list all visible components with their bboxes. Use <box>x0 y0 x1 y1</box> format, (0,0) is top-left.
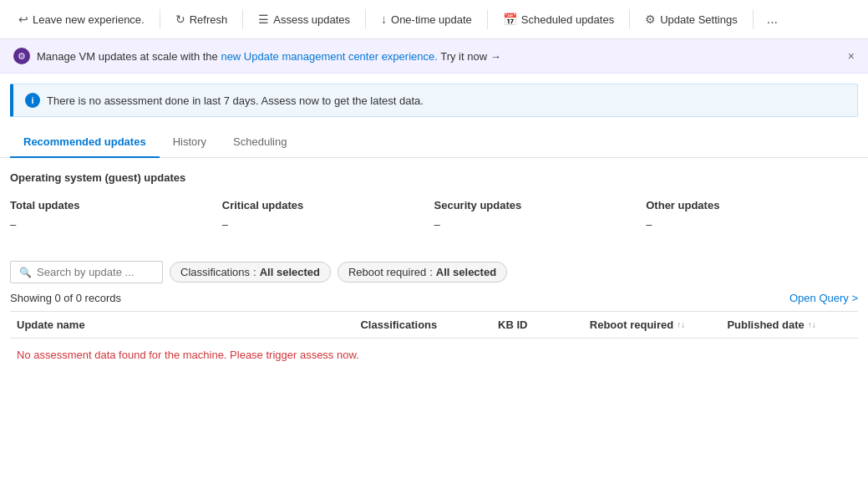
col-reboot-required[interactable]: Reboot required ↑↓ <box>583 318 721 331</box>
update-settings-button[interactable]: ⚙ Update Settings <box>637 8 746 31</box>
open-query-link[interactable]: Open Query > <box>789 292 858 304</box>
stat-other-updates: Other updates – <box>646 196 858 241</box>
banner-text: Manage VM updates at scale with the new … <box>37 50 501 63</box>
section-title: Operating system (guest) updates <box>10 171 858 184</box>
one-time-update-button[interactable]: ↓ One-time update <box>373 8 480 31</box>
toolbar-divider-4 <box>487 9 488 29</box>
main-content: Operating system (guest) updates Total u… <box>0 158 868 385</box>
classifications-filter[interactable]: Classifications : All selected <box>170 262 331 283</box>
records-row: Showing 0 of 0 records Open Query > <box>10 292 858 304</box>
banner-content: ⚙ Manage VM updates at scale with the ne… <box>13 48 501 64</box>
tab-history[interactable]: History <box>160 127 220 158</box>
toolbar-divider-3 <box>365 9 366 29</box>
new-experience-link[interactable]: new Update management center experience. <box>221 50 437 63</box>
stat-security-updates: Security updates – <box>434 196 647 241</box>
search-input[interactable] <box>37 266 154 278</box>
refresh-icon: ↻ <box>175 13 185 26</box>
table-body: No assessment data found for the machine… <box>10 339 858 371</box>
data-table: Update name Classifications KB ID Reboot… <box>10 311 858 371</box>
published-date-sort-icon: ↑↓ <box>808 320 816 329</box>
tab-scheduling[interactable]: Scheduling <box>220 127 300 158</box>
update-settings-icon: ⚙ <box>645 13 656 26</box>
stat-total-updates: Total updates – <box>10 196 222 241</box>
stat-critical-updates: Critical updates – <box>222 196 434 241</box>
toolbar-divider-6 <box>753 9 754 29</box>
toolbar-divider-5 <box>629 9 630 29</box>
col-published-date[interactable]: Published date ↑↓ <box>720 318 858 331</box>
banner-close-button[interactable]: × <box>848 49 855 63</box>
col-classifications: Classifications <box>353 318 491 331</box>
col-kb-id: KB ID <box>491 318 583 331</box>
info-text: There is no assessment done in last 7 da… <box>47 94 424 107</box>
leave-experience-icon: ↩ <box>18 13 28 26</box>
info-icon: i <box>25 93 40 108</box>
info-banner: i There is no assessment done in last 7 … <box>10 84 858 117</box>
toolbar-divider-2 <box>242 9 243 29</box>
toolbar-divider-1 <box>160 9 160 29</box>
toolbar: ↩ Leave new experience. ↻ Refresh ☰ Asse… <box>0 0 868 39</box>
more-button[interactable]: ... <box>760 7 784 32</box>
no-data-message: No assessment data found for the machine… <box>10 339 858 371</box>
tabs: Recommended updates History Scheduling <box>10 127 858 157</box>
assess-updates-button[interactable]: ☰ Assess updates <box>250 8 358 31</box>
search-box[interactable]: 🔍 <box>10 261 163 283</box>
scheduled-updates-button[interactable]: 📅 Scheduled updates <box>495 8 622 31</box>
filter-row: 🔍 Classifications : All selected Reboot … <box>10 261 858 283</box>
records-count: Showing 0 of 0 records <box>10 292 121 304</box>
tabs-container: Recommended updates History Scheduling <box>0 127 868 158</box>
one-time-update-icon: ↓ <box>381 13 387 26</box>
reboot-sort-icon: ↑↓ <box>677 320 685 329</box>
table-header: Update name Classifications KB ID Reboot… <box>10 312 858 339</box>
reboot-required-filter[interactable]: Reboot required : All selected <box>338 262 507 283</box>
stats-grid: Total updates – Critical updates – Secur… <box>10 196 858 241</box>
assess-updates-icon: ☰ <box>258 13 269 26</box>
scheduled-updates-icon: 📅 <box>503 13 517 26</box>
purple-banner: ⚙ Manage VM updates at scale with the ne… <box>0 39 868 74</box>
leave-experience-button[interactable]: ↩ Leave new experience. <box>10 8 153 31</box>
search-icon: 🔍 <box>19 267 32 278</box>
col-update-name: Update name <box>10 318 353 331</box>
manage-vm-icon: ⚙ <box>13 48 30 64</box>
refresh-button[interactable]: ↻ Refresh <box>167 8 236 31</box>
tab-recommended-updates[interactable]: Recommended updates <box>10 127 160 158</box>
